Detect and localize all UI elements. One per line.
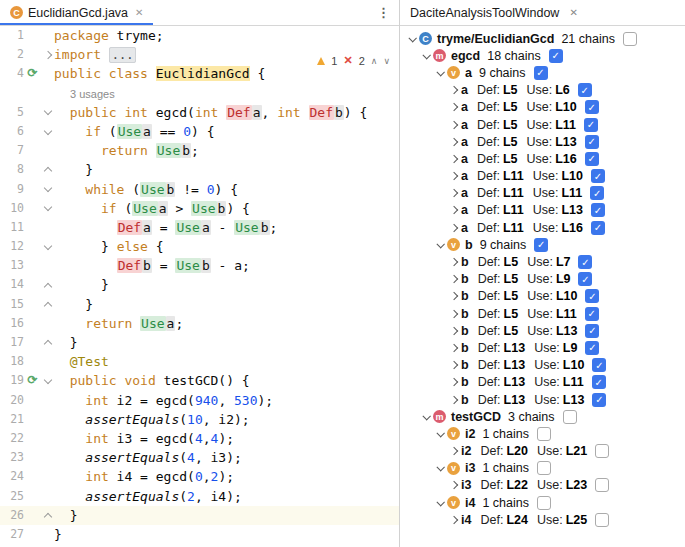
tree-node-row[interactable]: vi41 chains — [400, 494, 685, 511]
expand-arrow[interactable] — [432, 500, 447, 506]
expand-arrow[interactable] — [432, 431, 447, 437]
var-ref-chip[interactable]: a — [142, 220, 152, 235]
expand-arrow[interactable] — [446, 517, 461, 523]
code-area[interactable]: 1 ✕ 2 ∧ ∨ 1package tryme;2import ...4⟳pu… — [0, 26, 399, 544]
checkbox[interactable]: ✓ — [592, 358, 606, 372]
expand-arrow[interactable] — [446, 293, 461, 299]
use-chip[interactable]: Use — [132, 201, 157, 216]
checkbox[interactable]: ✓ — [585, 135, 599, 149]
tree-node-row[interactable]: megcd18 chains✓ — [400, 47, 685, 64]
var-ref-chip[interactable]: b — [201, 258, 211, 273]
def-chip[interactable]: Def — [226, 105, 251, 120]
checkbox[interactable] — [595, 513, 609, 527]
chain-row[interactable]: aDef:L11Use:L11✓ — [400, 185, 685, 202]
def-chip[interactable]: Def — [117, 220, 142, 235]
usages-hint[interactable]: 3 usages — [54, 88, 115, 100]
expand-arrow[interactable] — [446, 139, 461, 145]
tree-node-row[interactable]: Ctryme/EuclidianGcd21 chains — [400, 30, 685, 47]
def-chip[interactable]: Def — [117, 258, 142, 273]
checkbox[interactable]: ✓ — [585, 289, 599, 303]
expand-arrow[interactable] — [446, 104, 461, 110]
def-chip[interactable]: Def — [309, 105, 334, 120]
var-ref-chip[interactable]: a — [158, 201, 168, 216]
checkbox[interactable] — [595, 478, 609, 492]
chain-row[interactable]: aDef:L5Use:L16✓ — [400, 150, 685, 167]
use-chip[interactable]: Use — [175, 258, 200, 273]
var-ref-chip[interactable]: b — [166, 182, 176, 197]
expand-arrow[interactable] — [446, 397, 461, 403]
chain-row[interactable]: aDef:L5Use:L13✓ — [400, 133, 685, 150]
expand-arrow[interactable] — [446, 87, 461, 93]
checkbox[interactable]: ✓ — [585, 324, 599, 338]
checkbox[interactable]: ✓ — [578, 255, 592, 269]
chain-row[interactable]: bDef:L13Use:L13✓ — [400, 391, 685, 408]
expand-arrow[interactable] — [446, 276, 461, 282]
var-ref-chip[interactable]: b — [260, 220, 270, 235]
checkbox[interactable]: ✓ — [578, 272, 592, 286]
expand-arrow[interactable] — [446, 448, 461, 454]
use-chip[interactable]: Use — [117, 124, 142, 139]
checkbox[interactable]: ✓ — [534, 238, 548, 252]
fold-icon[interactable] — [43, 126, 51, 134]
fold-icon[interactable] — [43, 376, 51, 384]
expand-arrow[interactable] — [446, 362, 461, 368]
checkbox[interactable] — [537, 427, 551, 441]
chain-row[interactable]: bDef:L13Use:L10✓ — [400, 357, 685, 374]
chain-row[interactable]: aDef:L11Use:L16✓ — [400, 219, 685, 236]
checkbox[interactable]: ✓ — [534, 66, 548, 80]
use-chip[interactable]: Use — [156, 143, 181, 158]
checkbox[interactable]: ✓ — [585, 100, 599, 114]
expand-arrow[interactable] — [446, 311, 461, 317]
chain-row[interactable]: aDef:L11Use:L13✓ — [400, 202, 685, 219]
chain-row[interactable]: i2Def:L20Use:L21 — [400, 443, 685, 460]
expand-arrow[interactable] — [446, 190, 461, 196]
checkbox[interactable]: ✓ — [592, 375, 606, 389]
chain-row[interactable]: bDef:L5Use:L13✓ — [400, 322, 685, 339]
chain-row[interactable]: bDef:L5Use:L10✓ — [400, 288, 685, 305]
use-chip[interactable]: Use — [140, 316, 165, 331]
expand-arrow[interactable] — [446, 345, 461, 351]
tool-window-close-icon[interactable]: ✕ — [569, 7, 577, 18]
checkbox[interactable]: ✓ — [584, 118, 598, 132]
checkbox[interactable]: ✓ — [549, 49, 563, 63]
run-test-icon[interactable]: ⟳ — [24, 371, 41, 390]
var-ref-chip[interactable]: a — [142, 124, 152, 139]
checkbox[interactable] — [595, 444, 609, 458]
var-ref-chip[interactable]: a — [252, 105, 262, 120]
var-ref-chip[interactable]: b — [181, 143, 191, 158]
expand-arrow[interactable] — [446, 482, 461, 488]
fold-icon[interactable] — [43, 513, 51, 521]
chain-row[interactable]: bDef:L13Use:L9✓ — [400, 339, 685, 356]
expand-arrow[interactable] — [446, 156, 461, 162]
use-chip[interactable]: Use — [140, 182, 165, 197]
checkbox[interactable]: ✓ — [590, 186, 604, 200]
fold-icon[interactable] — [43, 340, 51, 348]
expand-arrow[interactable] — [432, 465, 447, 471]
var-ref-chip[interactable]: a — [166, 316, 176, 331]
expand-arrow[interactable] — [446, 259, 461, 265]
chain-row[interactable]: aDef:L5Use:L11✓ — [400, 116, 685, 133]
prev-inspection-icon[interactable]: ∧ — [371, 56, 378, 66]
checkbox[interactable]: ✓ — [591, 203, 605, 217]
checkbox[interactable] — [623, 32, 637, 46]
fold-icon[interactable] — [43, 107, 51, 115]
checkbox[interactable]: ✓ — [585, 341, 599, 355]
tree-node-row[interactable]: vb9 chains✓ — [400, 236, 685, 253]
expand-arrow[interactable] — [432, 70, 447, 76]
expand-arrow[interactable] — [446, 122, 461, 128]
fold-icon[interactable] — [43, 282, 51, 290]
tab-close-icon[interactable]: ✕ — [135, 7, 143, 18]
tree-node-row[interactable]: va9 chains✓ — [400, 64, 685, 81]
expand-arrow[interactable] — [418, 53, 433, 59]
checkbox[interactable] — [537, 461, 551, 475]
fold-icon[interactable] — [43, 51, 51, 59]
run-test-icon[interactable]: ⟳ — [24, 64, 41, 83]
expand-arrow[interactable] — [446, 328, 461, 334]
checkbox[interactable]: ✓ — [585, 152, 599, 166]
expand-arrow[interactable] — [446, 379, 461, 385]
chain-row[interactable]: aDef:L5Use:L10✓ — [400, 99, 685, 116]
expand-arrow[interactable] — [446, 207, 461, 213]
checkbox[interactable]: ✓ — [578, 83, 592, 97]
expand-arrow[interactable] — [446, 225, 461, 231]
editor-tab[interactable]: C EuclidianGcd.java ✕ — [0, 0, 153, 25]
